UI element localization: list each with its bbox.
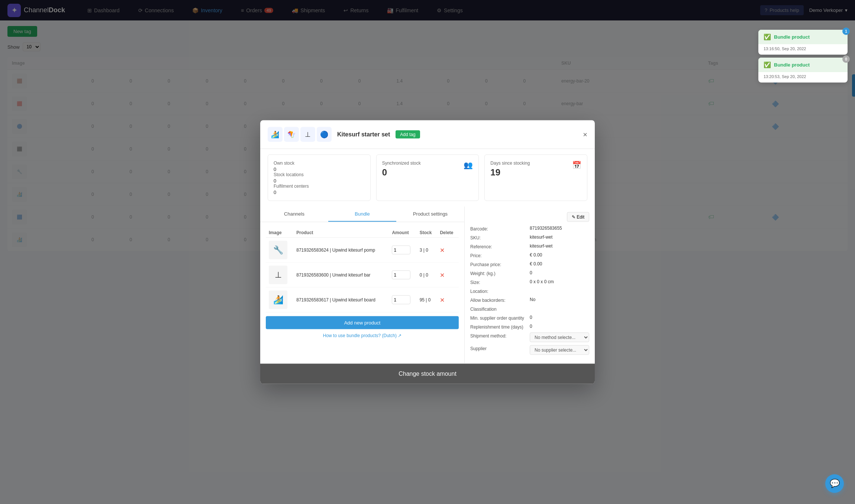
days-value: 19 (490, 167, 530, 178)
min-order-value: 0 (530, 315, 589, 320)
bundle-amount-input-3[interactable] (392, 295, 410, 304)
chat-icon: 💬 (830, 479, 840, 488)
own-stock-label: Own stock (274, 161, 365, 166)
location-label: Location: (470, 288, 530, 294)
sku-value: kitesurf-wet (530, 235, 589, 240)
purchase-price-row: Purchase price: € 0.00 (470, 261, 589, 267)
notif-body-1: 13:16:50, Sep 20, 2022 (758, 44, 848, 55)
tabs-header: Channels Bundle Product settings (260, 207, 464, 222)
bundle-product-image-3: 🏄 (269, 291, 287, 309)
notif-badge-1: 1 (842, 28, 850, 35)
dutch-help-link[interactable]: How to use bundle products? (Dutch) ↗ (266, 333, 459, 338)
notif-title-1: Bundle product (774, 34, 810, 40)
synchronized-label: Synchronized stock (382, 161, 421, 166)
calendar-icon: 📅 (572, 161, 581, 169)
stats-row: Own stock 0 Stock locations 0 Fulfilment… (260, 149, 595, 207)
supplier-label: Supplier (470, 345, 530, 351)
bundle-col-stock: Stock (417, 228, 437, 238)
delete-bundle-3[interactable]: ✕ (440, 297, 445, 303)
price-row: Price: € 0.00 (470, 252, 589, 258)
notification-1: ✅ Bundle product 13:16:50, Sep 20, 2022 … (758, 30, 848, 55)
synchronized-stock-card: Synchronized stock 0 👥 (376, 155, 479, 201)
bundle-product-name-3: 8719326583617 | Upwind kitesurf board (293, 287, 389, 312)
shipment-method-select[interactable]: No method selecte... (530, 333, 589, 342)
add-new-product-button[interactable]: Add new product (266, 316, 459, 329)
chat-button[interactable]: 💬 (825, 474, 844, 493)
modal-title-area: Kitesurf starter set (337, 131, 390, 138)
sku-label: SKU: (470, 235, 530, 240)
bundle-stock-1: 3 | 0 (417, 238, 437, 262)
product-icon-wetsuit: 🔵 (317, 127, 332, 142)
delete-bundle-2[interactable]: ✕ (440, 272, 445, 278)
shipment-method-label: Shipment method: (470, 333, 530, 339)
stock-locations-label: Stock locations (274, 172, 365, 177)
fulfilment-value: 0 (274, 190, 365, 195)
check-icon-1: ✅ (764, 33, 771, 41)
modal-body: Channels Bundle Product settings Image P… (260, 207, 595, 364)
sku-row: SKU: kitesurf-wet (470, 235, 589, 240)
size-value: 0 x 0 x 0 cm (530, 279, 589, 284)
modal-title: Kitesurf starter set (337, 131, 390, 138)
product-icons: 🏄 🪁 ⊥ 🔵 (268, 127, 332, 142)
own-stock-card: Own stock 0 Stock locations 0 Fulfilment… (268, 155, 371, 201)
reference-row: Reference: kitesurf-wet (470, 243, 589, 249)
weight-value: 0 (530, 270, 589, 275)
bundle-stock-3: 95 | 0 (417, 287, 437, 312)
modal-footer: Change stock amount (260, 364, 595, 384)
modal-header: 🏄 🪁 ⊥ 🔵 Kitesurf starter set Add tag × (260, 120, 595, 149)
bundle-col-amount: Amount (389, 228, 416, 238)
bundle-row-1: 🔧 8719326583624 | Upwind kitesurf pomp 3… (266, 238, 459, 262)
shipment-method-row: Shipment method: No method selecte... (470, 333, 589, 342)
bundle-product-image-2: ⊥ (269, 266, 287, 284)
price-label: Price: (470, 252, 530, 258)
min-order-row: Min. supplier order quantity 0 (470, 315, 589, 321)
add-tag-button[interactable]: Add tag (396, 130, 420, 139)
tab-bundle[interactable]: Bundle (328, 207, 396, 222)
bundle-stock-2: 0 | 0 (417, 262, 437, 287)
edit-row: ✎ Edit (470, 212, 589, 222)
purchase-price-label: Purchase price: (470, 261, 530, 267)
bundle-amount-3 (389, 287, 416, 312)
purchase-price-value: € 0.00 (530, 261, 589, 266)
location-row: Location: (470, 288, 589, 294)
own-stock-value: 0 (274, 167, 365, 172)
tab-channels[interactable]: Channels (260, 207, 328, 222)
bundle-col-delete: Delete (437, 228, 459, 238)
bundle-col-product: Product (293, 228, 389, 238)
product-icon-kite: 🪁 (284, 127, 299, 142)
bundle-row-2: ⊥ 8719326583600 | Unwind kitesurf bar 0 … (266, 262, 459, 287)
supplier-select[interactable]: No supplier selecte... (530, 345, 589, 355)
reference-value: kitesurf-wet (530, 243, 589, 249)
supplier-row: Supplier No supplier selecte... (470, 345, 589, 355)
bundle-product-name-2: 8719326583600 | Unwind kitesurf bar (293, 262, 389, 287)
bundle-amount-2 (389, 262, 416, 287)
weight-row: Weight: (kg.) 0 (470, 270, 589, 276)
bundle-product-image-1: 🔧 (269, 241, 287, 259)
barcode-row: Barcode: 8719326583655 (470, 226, 589, 232)
close-modal-button[interactable]: × (583, 130, 587, 139)
product-icon-bar: ⊥ (300, 127, 315, 142)
delete-bundle-1[interactable]: ✕ (440, 247, 445, 253)
notif-header-1: ✅ Bundle product (758, 30, 848, 44)
synchronized-value: 0 (382, 167, 421, 178)
bundle-area: Image Product Amount Stock Delete 🔧 (260, 222, 464, 364)
bundle-amount-input-2[interactable] (392, 271, 410, 280)
change-stock-button[interactable]: Change stock amount (260, 364, 595, 384)
notif-title-2: Bundle product (774, 62, 810, 68)
bundle-table: Image Product Amount Stock Delete 🔧 (266, 228, 459, 313)
product-modal: 🏄 🪁 ⊥ 🔵 Kitesurf starter set Add tag × O… (260, 120, 595, 384)
product-icon-kiteboard: 🏄 (268, 127, 283, 142)
notif-body-2: 13:20:53, Sep 20, 2022 (758, 72, 848, 83)
replenishment-value: 0 (530, 324, 589, 329)
barcode-label: Barcode: (470, 226, 530, 232)
min-order-label: Min. supplier order quantity (470, 315, 530, 321)
sync-icon: 👥 (464, 161, 473, 169)
bundle-amount-input-1[interactable] (392, 246, 410, 255)
bundle-amount-1 (389, 238, 416, 262)
bundle-col-image: Image (266, 228, 293, 238)
stock-locations-value: 0 (274, 178, 365, 184)
days-label: Days since stocking (490, 161, 530, 166)
edit-button[interactable]: ✎ Edit (567, 212, 589, 222)
tab-product-settings[interactable]: Product settings (396, 207, 464, 222)
reference-label: Reference: (470, 243, 530, 249)
